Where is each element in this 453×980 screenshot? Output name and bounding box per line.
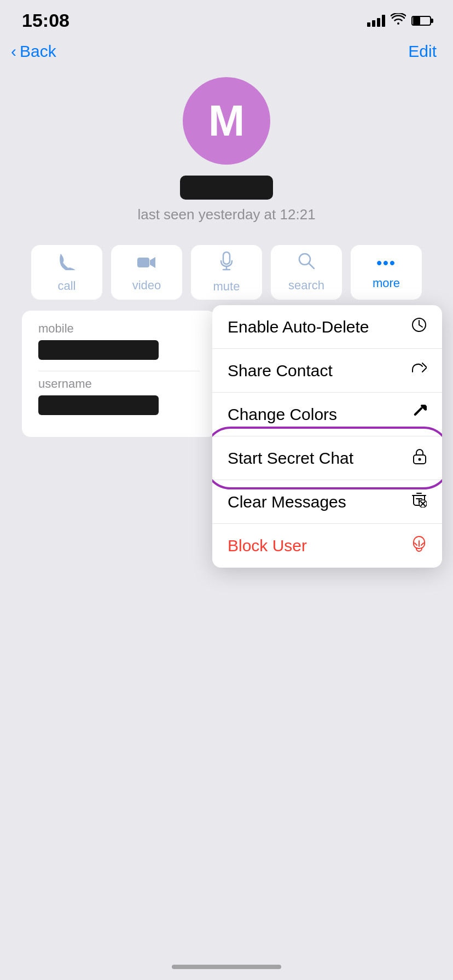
username-field: username <box>38 377 200 415</box>
wifi-icon <box>391 13 406 28</box>
auto-delete-icon <box>411 317 427 336</box>
search-label: search <box>288 278 324 293</box>
svg-line-20 <box>421 543 423 545</box>
start-secret-chat-label: Start Secret Chat <box>228 449 353 468</box>
svg-line-19 <box>415 543 417 545</box>
menu-item-share-contact[interactable]: Share Contact <box>212 349 442 393</box>
svg-line-7 <box>419 325 422 327</box>
video-button[interactable]: video <box>111 245 182 300</box>
action-buttons-row: call video mute search <box>0 240 453 311</box>
nav-bar: ‹ Back Edit <box>0 37 453 66</box>
avatar-letter: M <box>208 96 245 146</box>
video-label: video <box>132 278 161 293</box>
video-icon <box>137 253 156 274</box>
last-seen-text: last seen yesterday at 12:21 <box>137 206 315 223</box>
status-icons <box>367 13 431 28</box>
signal-icon <box>367 15 385 27</box>
clear-messages-label: Clear Messages <box>228 493 346 511</box>
mute-label: mute <box>213 279 240 294</box>
call-label: call <box>57 279 76 293</box>
menu-item-clear-messages[interactable]: Clear Messages <box>212 480 442 524</box>
svg-point-3 <box>299 254 310 265</box>
svg-point-11 <box>419 458 421 461</box>
call-button[interactable]: call <box>31 245 102 300</box>
more-icon: ••• <box>376 254 396 272</box>
menu-item-block-user[interactable]: Block User <box>212 524 442 568</box>
contact-info-card: mobile username <box>22 311 216 437</box>
svg-rect-8 <box>414 407 423 416</box>
mobile-value <box>38 340 159 360</box>
back-chevron-icon: ‹ <box>11 42 16 61</box>
mute-icon <box>219 251 234 275</box>
back-button[interactable]: ‹ Back <box>11 42 56 61</box>
profile-section: M last seen yesterday at 12:21 <box>0 66 453 240</box>
auto-delete-label: Enable Auto-Delete <box>228 318 369 336</box>
block-user-label: Block User <box>228 536 307 555</box>
share-contact-icon <box>411 361 427 380</box>
username-value <box>38 395 159 415</box>
clear-messages-icon <box>411 492 427 511</box>
status-bar: 15:08 <box>0 0 453 37</box>
info-menu-area: mobile username Enable Auto-Delete Share… <box>0 311 453 448</box>
menu-item-start-secret-chat[interactable]: Start Secret Chat <box>212 436 442 480</box>
menu-item-auto-delete[interactable]: Enable Auto-Delete <box>212 305 442 349</box>
status-time: 15:08 <box>22 10 69 31</box>
home-indicator <box>172 965 281 969</box>
more-label: more <box>373 276 400 290</box>
share-contact-label: Share Contact <box>228 361 333 380</box>
block-user-icon <box>411 535 427 557</box>
edit-button[interactable]: Edit <box>408 42 437 61</box>
mobile-label: mobile <box>38 322 200 336</box>
username-label: username <box>38 377 200 391</box>
lock-icon <box>413 448 427 468</box>
field-divider <box>38 371 200 371</box>
mobile-field: mobile <box>38 322 200 360</box>
context-menu: Enable Auto-Delete Share Contact Chan <box>212 305 442 568</box>
search-button[interactable]: search <box>271 245 342 300</box>
svg-line-4 <box>309 264 314 269</box>
mute-button[interactable]: mute <box>191 245 262 300</box>
call-icon <box>57 252 76 275</box>
svg-rect-0 <box>137 258 149 267</box>
search-icon <box>298 252 315 274</box>
battery-icon <box>411 16 431 26</box>
menu-item-change-colors[interactable]: Change Colors <box>212 393 442 436</box>
change-colors-label: Change Colors <box>228 405 337 424</box>
username-block <box>180 176 273 200</box>
avatar: M <box>183 77 270 165</box>
more-button[interactable]: ••• more <box>351 245 422 300</box>
change-colors-icon <box>411 405 427 424</box>
back-label: Back <box>20 42 56 61</box>
